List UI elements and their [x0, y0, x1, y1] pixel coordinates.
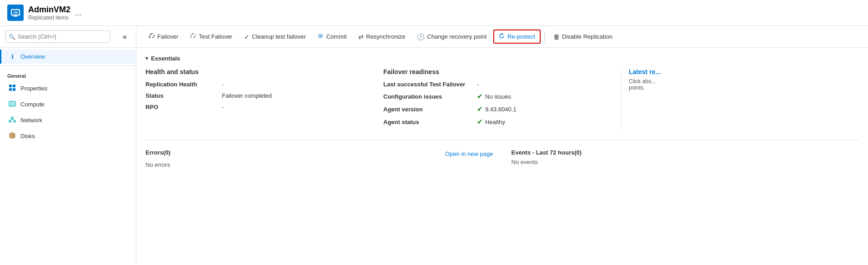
svg-line-18 [12, 119, 15, 120]
properties-label: Properties [20, 85, 47, 92]
svg-line-17 [10, 119, 12, 120]
collapse-sidebar-button[interactable]: « [119, 33, 130, 41]
errors-col: Errors(0) Open in new page No errors [146, 149, 493, 168]
section-divider [146, 140, 859, 140]
bottom-section: Errors(0) Open in new page No errors Eve… [146, 147, 859, 168]
toolbar-separator [544, 31, 545, 42]
sidebar-divider [0, 65, 136, 66]
replication-health-value: - [222, 81, 224, 88]
sidebar-overview-label: Overview [20, 53, 45, 60]
main-content: Failover Test Failover ✓ Cleanup test fa… [136, 26, 868, 264]
commit-label: Commit [326, 33, 346, 40]
health-section-title: Health and status [146, 68, 374, 75]
content-area: ▾ Essentials Health and status Replicati… [136, 48, 868, 264]
failover-button[interactable]: Failover [144, 30, 183, 43]
svg-point-22 [190, 36, 192, 38]
disks-icon [9, 132, 16, 140]
resynchronize-button[interactable]: ⇄ Resynchronize [353, 30, 410, 43]
events-header: Events - Last 72 hours(0) [512, 149, 859, 156]
disable-replication-button[interactable]: 🗑 Disable Replication [548, 30, 617, 43]
config-issues-row: Configuration issues ✔ No issues [383, 92, 612, 100]
commit-icon [317, 33, 324, 40]
search-input[interactable] [5, 30, 110, 43]
events-title: Events - Last 72 hours(0) [512, 149, 582, 156]
sidebar-item-properties[interactable]: Properties [0, 80, 136, 96]
sidebar-section-general: General [0, 68, 136, 80]
vm-icon: VM [7, 5, 24, 21]
agent-status-label: Agent status [383, 119, 474, 125]
disable-replication-label: Disable Replication [562, 33, 612, 40]
status-value: Failover completed [222, 92, 272, 99]
rpo-label: RPO [146, 104, 218, 110]
re-protect-button[interactable]: Re-protect [493, 30, 541, 44]
disable-replication-icon: 🗑 [553, 33, 560, 40]
change-recovery-point-button[interactable]: 🕐 Change recovery point [412, 30, 492, 43]
health-status-col: Health and status Replication Health - S… [146, 68, 383, 130]
svg-rect-2 [14, 15, 17, 16]
svg-point-14 [11, 117, 13, 119]
network-icon [9, 116, 16, 125]
commit-button[interactable]: Commit [312, 30, 351, 43]
sidebar-item-disks[interactable]: Disks [0, 128, 136, 144]
errors-value: No errors [146, 161, 493, 168]
compute-label: Compute [20, 101, 45, 108]
agent-status-value: ✔ Healthy [477, 118, 505, 126]
cleanup-label: Cleanup test failover [252, 33, 306, 40]
re-protect-label: Re-protect [507, 33, 535, 40]
agent-version-check-icon: ✔ [477, 105, 483, 113]
page-title: AdminVM2 [28, 5, 70, 15]
compute-icon [9, 100, 16, 109]
last-tf-value: - [477, 81, 479, 88]
sidebar-navigation: ℹ Overview General Properties Compute [0, 48, 136, 144]
svg-point-21 [149, 36, 151, 38]
resynchronize-label: Resynchronize [366, 33, 405, 40]
svg-text:VM: VM [13, 11, 18, 14]
svg-point-20 [10, 135, 15, 138]
re-protect-icon [499, 33, 505, 40]
last-successful-tf-row: Last successful Test Failover - [383, 81, 612, 88]
config-issues-label: Configuration issues [383, 93, 474, 100]
rpo-value: - [222, 104, 224, 110]
agent-status-row: Agent status ✔ Healthy [383, 118, 612, 126]
svg-rect-6 [9, 85, 12, 87]
overview-icon: ℹ [9, 53, 16, 60]
test-failover-button[interactable]: Test Failover [185, 30, 237, 43]
latest-rec-title: Latest re... [629, 68, 859, 75]
status-row: Status Failover completed [146, 92, 374, 99]
errors-title: Errors(0) [146, 149, 171, 156]
rpo-row: RPO - [146, 104, 374, 110]
test-failover-icon [190, 33, 196, 40]
config-check-icon: ✔ [477, 92, 483, 100]
cleanup-icon: ✓ [244, 33, 250, 40]
last-tf-label: Last successful Test Failover [383, 81, 474, 88]
more-options-icon[interactable]: ... [75, 8, 82, 18]
replication-health-label: Replication Health [146, 81, 218, 88]
search-bar: 🔍 « [0, 26, 136, 48]
disks-label: Disks [20, 133, 35, 140]
latest-rec-body: Click abo...points. [629, 78, 859, 91]
svg-rect-8 [9, 88, 12, 91]
failover-readiness-col: Failover readiness Last successful Test … [383, 68, 621, 130]
agent-version-row: Agent version ✔ 9.43.6040.1 [383, 105, 612, 113]
failover-section-title: Failover readiness [383, 68, 612, 75]
essentials-grid: Health and status Replication Health - S… [146, 68, 859, 130]
change-recovery-icon: 🕐 [417, 33, 425, 40]
cleanup-test-failover-button[interactable]: ✓ Cleanup test failover [239, 30, 311, 43]
sidebar-item-network[interactable]: Network [0, 112, 136, 128]
agent-version-value: ✔ 9.43.6040.1 [477, 105, 517, 113]
essentials-title: Essentials [151, 55, 180, 62]
change-recovery-label: Change recovery point [427, 33, 487, 40]
replication-health-row: Replication Health - [146, 81, 374, 88]
latest-recovery-panel: Latest re... Click abo...points. [621, 68, 859, 130]
agent-version-label: Agent version [383, 106, 474, 113]
sidebar-item-compute[interactable]: Compute [0, 96, 136, 112]
sidebar-item-overview[interactable]: ℹ Overview [0, 50, 136, 64]
events-value: No events [512, 159, 859, 165]
open-new-page-link[interactable]: Open in new page [445, 150, 493, 157]
page-header: VM AdminVM2 Replicated items ... [0, 0, 868, 26]
essentials-toggle[interactable]: ▾ Essentials [146, 55, 859, 62]
essentials-chevron-icon: ▾ [146, 55, 148, 61]
test-failover-label: Test Failover [199, 33, 232, 40]
svg-rect-9 [13, 88, 15, 91]
svg-point-15 [9, 120, 11, 122]
